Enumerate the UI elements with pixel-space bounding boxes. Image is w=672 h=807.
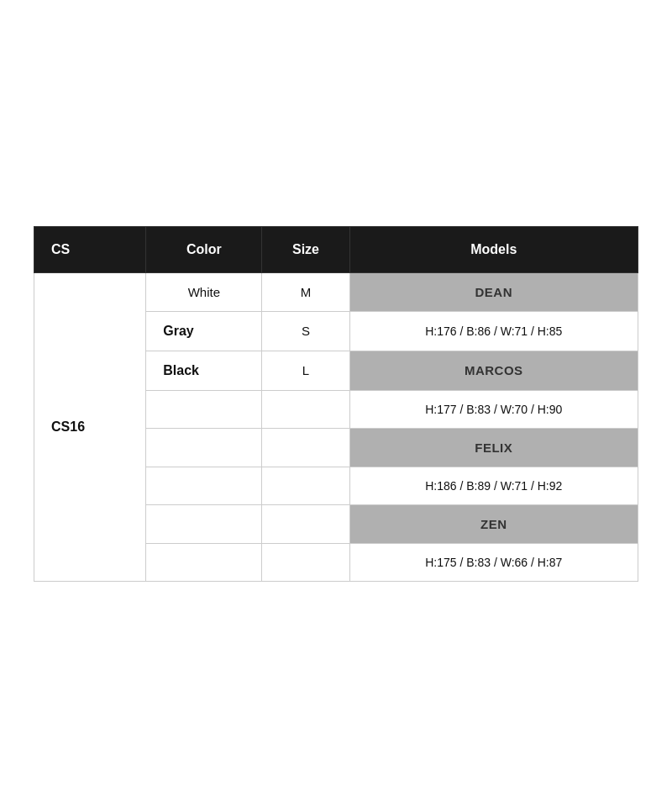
- size-l: L: [262, 351, 349, 390]
- measurements-dean: H:176 / B:86 / W:71 / H:85: [349, 311, 638, 351]
- color-empty-1: [146, 390, 262, 428]
- color-empty-3: [146, 467, 262, 504]
- measurements-marcos: H:177 / B:83 / W:70 / H:90: [349, 390, 638, 428]
- size-empty-5: [262, 543, 349, 581]
- model-marcos: MARCOS: [349, 351, 638, 390]
- size-m: M: [262, 272, 349, 311]
- header-models: Models: [349, 226, 638, 272]
- cs-value: CS16: [34, 272, 146, 581]
- measurements-felix: H:186 / B:89 / W:71 / H:92: [349, 467, 638, 504]
- size-s: S: [262, 311, 349, 351]
- color-empty-4: [146, 504, 262, 543]
- color-black: Black: [146, 351, 262, 390]
- size-empty-1: [262, 390, 349, 428]
- size-empty-3: [262, 467, 349, 504]
- measurements-zen: H:175 / B:83 / W:66 / H:87: [349, 543, 638, 581]
- header-color: Color: [146, 226, 262, 272]
- size-empty-4: [262, 504, 349, 543]
- table-row: CS16 White M DEAN: [34, 272, 638, 311]
- size-empty-2: [262, 428, 349, 467]
- color-gray: Gray: [146, 311, 262, 351]
- color-empty-5: [146, 543, 262, 581]
- product-table: CS Color Size Models CS16 White M DEAN G…: [34, 226, 638, 582]
- header-size: Size: [262, 226, 349, 272]
- table-header-row: CS Color Size Models: [34, 226, 638, 272]
- header-cs: CS: [34, 226, 146, 272]
- model-dean: DEAN: [349, 272, 638, 311]
- table-wrapper: CS Color Size Models CS16 White M DEAN G…: [34, 226, 638, 582]
- model-felix: FELIX: [349, 428, 638, 467]
- color-white: White: [146, 272, 262, 311]
- color-empty-2: [146, 428, 262, 467]
- model-zen: ZEN: [349, 504, 638, 543]
